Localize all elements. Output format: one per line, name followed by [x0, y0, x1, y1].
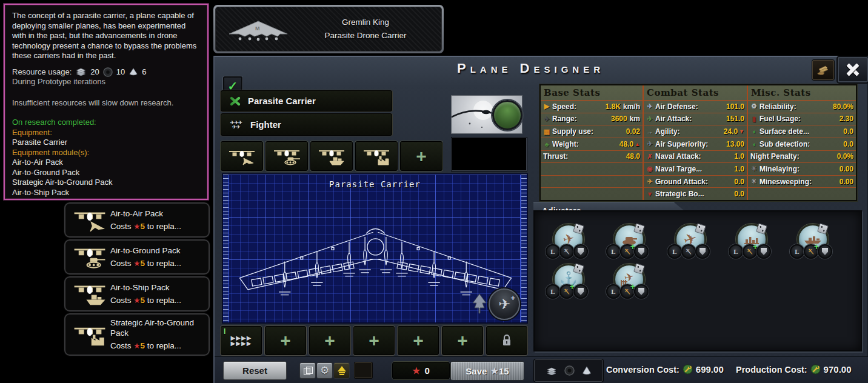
facing-arrow-icon[interactable]	[472, 293, 487, 314]
minesweeping-icon: ☀	[749, 178, 759, 185]
boot-badge-icon: L	[546, 244, 560, 259]
stat-row-speed: ▶ Speed: 1.8K km/h	[541, 101, 643, 113]
stat-row-weight: ♣ Weight: 48.0 ▲	[541, 138, 643, 151]
plane-view-button[interactable]: ✈ +	[489, 288, 520, 320]
air-attack-icon: ✈	[645, 115, 655, 123]
stat-row-range: ✈ Range: 3600 km	[541, 113, 643, 126]
dropdown-item-air-to-ship[interactable]: Air-to-Ship Pack Costs ★5 to repla...	[64, 276, 210, 311]
boot-badge-icon: L	[790, 244, 804, 259]
dropdown-item-strategic[interactable]: Strategic Air-to-Ground Pack Costs ★5 to…	[64, 313, 210, 356]
stat-row-naval-targeting: ◉ Naval Targe... 1.0	[644, 163, 747, 176]
adjuster-naval-strike[interactable]: L †+	[790, 224, 832, 262]
save-star-icon: ★	[490, 366, 498, 376]
boot-badge-icon: L	[606, 244, 621, 259]
tooltip-insufficient-note: Insufficient resources will slow down re…	[12, 98, 200, 108]
tooltip-module-2: Strategic Air-to-Ground Pack	[12, 178, 200, 188]
save-button[interactable]: Save ★ 15	[450, 361, 524, 381]
bay-slot-empty-5[interactable]: +	[442, 326, 483, 355]
stat-value: 48.0	[619, 140, 633, 148]
stat-row-minesweeping: ☀ Minesweeping: 0.00	[748, 176, 856, 188]
bay-slot-rockets[interactable]: I ▶▶▶▶▶▶▶▶	[221, 326, 262, 355]
module-air-to-ship-button[interactable]	[310, 141, 353, 171]
blueprint-canvas[interactable]: Parasite Carrier	[222, 173, 528, 324]
rubber-icon	[103, 67, 113, 77]
cost-suffix: to repla...	[147, 296, 181, 305]
module-name: Air-to-Air Pack	[110, 208, 205, 219]
cost-value: 5	[141, 259, 145, 268]
sword-badge-icon: †+	[559, 284, 574, 299]
stat-row-empty	[541, 163, 643, 176]
tooltip-module-3: Air-to-Ship Pack	[12, 188, 200, 198]
stat-value: 3600	[611, 115, 627, 123]
production-cost-value: 970.00	[824, 364, 852, 375]
module-air-to-air-button[interactable]	[221, 141, 263, 171]
tungsten-amount: 6	[142, 67, 146, 78]
close-button[interactable]	[838, 57, 868, 82]
shield-badge-icon	[573, 244, 588, 259]
boot-badge-icon: L	[546, 284, 560, 299]
stat-row-reliability: ⚙ Reliability: 80.0%	[748, 101, 856, 113]
bay-slot-empty-2[interactable]: +	[309, 326, 350, 355]
stat-value: 80.0%	[833, 102, 853, 111]
module-name: Air-to-Ship Pack	[110, 282, 205, 293]
trend-down-icon: ▼	[739, 128, 744, 135]
module-cost: Costs ★5 to repla...	[110, 258, 205, 269]
module-name: Strategic Air-to-Ground Pack	[110, 318, 205, 338]
page-title: Plane Designer	[457, 61, 604, 76]
stat-label: Weight:	[552, 140, 579, 148]
adjuster-fighter[interactable]: ✈ L †	[546, 224, 588, 262]
stat-value: 1.0	[734, 165, 744, 173]
module-strategic-button[interactable]	[355, 141, 398, 171]
duplicate-design-button[interactable]	[299, 362, 316, 379]
stat-label: Air Superiority:	[655, 140, 708, 148]
naval-strike-mission-icon	[804, 235, 822, 244]
adjuster-bomber[interactable]: ✈ L †	[667, 224, 710, 262]
adjuster-cas[interactable]: L †+	[606, 224, 649, 262]
airframe-select-button[interactable]: Parasite Carrier	[221, 90, 392, 112]
role-select-button[interactable]: ✈✈✈✈✈ Fighter	[221, 113, 392, 136]
stat-row-supply: ▦ Supply use: 0.02	[541, 125, 643, 138]
stat-label: Minesweeping:	[760, 178, 812, 186]
shield-badge-icon	[634, 244, 649, 259]
adjuster-strategic[interactable]: ✈ L †+	[606, 264, 649, 302]
reset-button[interactable]: Reset	[223, 361, 287, 380]
xp-star-icon: ★	[133, 222, 140, 231]
upgrade-design-button[interactable]	[333, 362, 350, 379]
dropdown-item-air-to-air[interactable]: Air-to-Air Pack Costs ★5 to repla...	[64, 202, 210, 238]
add-module-button[interactable]: +	[400, 141, 442, 171]
module-air-to-ground-button[interactable]	[265, 141, 308, 171]
airframe-icon	[227, 95, 243, 107]
cost-value: 5	[141, 341, 145, 350]
fighter-formation-icon: ✈✈✈✈✈	[226, 121, 247, 129]
stat-value: 0.0%	[837, 152, 853, 161]
sword-badge-icon: †	[681, 244, 696, 259]
bay-slot-empty-1[interactable]: +	[265, 326, 306, 355]
stat-row-strategic-bombing: ▼ Strategic Bo... 0.0	[644, 188, 747, 200]
stat-label: Agility:	[655, 127, 680, 136]
stat-value: 1.8K	[606, 102, 621, 111]
bay-slot-empty-3[interactable]: +	[353, 326, 395, 355]
stat-label: Reliability:	[760, 102, 796, 111]
status-light[interactable]	[492, 100, 522, 130]
stat-row-sub-detection: ◖ Sub detection: 0.0	[748, 138, 856, 151]
plane-icon: ✈	[498, 296, 510, 313]
bay-slot-locked[interactable]	[486, 326, 527, 355]
role-label: Fighter	[250, 119, 281, 130]
dropdown-item-air-to-ground[interactable]: Air-to-Ground Pack Costs ★5 to repla...	[64, 239, 210, 275]
production-wrench-icon	[810, 364, 821, 375]
bay-slot-empty-4[interactable]: +	[398, 326, 439, 355]
tungsten-icon	[582, 366, 592, 376]
copy-icon	[304, 367, 312, 375]
adjuster-port-strike[interactable]: L †+	[729, 224, 771, 262]
icon-checkbox[interactable]	[355, 362, 372, 378]
stat-row-naval-attack: ✗ Naval Attack: 1.0	[644, 151, 747, 164]
autodesign-button[interactable]: ⚙	[316, 362, 333, 379]
tooltip-equipment-name: Parasite Carrier	[12, 138, 200, 148]
close-icon	[846, 63, 860, 76]
tooltip-modules-label: Equipment module(s):	[12, 148, 200, 158]
blueprints-button[interactable]	[812, 60, 834, 80]
resource-cost-box	[534, 359, 603, 382]
speed-icon: ▶	[542, 102, 552, 110]
adjuster-naval-patrol[interactable]: ⚓ L †+	[546, 264, 588, 302]
agility-icon: →	[645, 128, 655, 135]
